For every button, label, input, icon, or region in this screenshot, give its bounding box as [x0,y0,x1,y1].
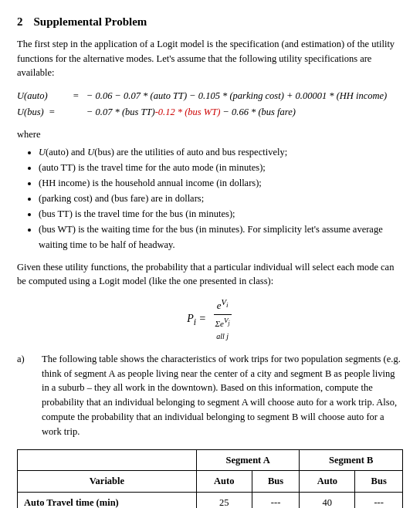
col-variable: Variable [18,471,197,492]
formula-numerator: eVi [214,296,232,315]
row-auto-travel-seg-a-auto: 25 [196,492,252,508]
formula-all-j: all j [216,332,229,340]
col-seg-a-auto: Auto [196,471,252,492]
formula-pi: Pi = [187,313,206,324]
bullet-item: (parking cost) and (bus fare) are in dol… [39,191,403,206]
formula-denominator: ΣeVj all j [212,315,233,343]
given-text: Given these utility functions, the proba… [17,260,403,290]
utility-auto-line: U(auto) = − 0.06 − 0.07 * (auto TT) − 0.… [17,88,403,104]
where-section: where U(auto) and U(bus) are the utiliti… [17,127,403,252]
segment-b-header: Segment B [300,450,403,471]
utility-block: U(auto) = − 0.06 − 0.07 * (auto TT) − 0.… [17,88,403,121]
formula-block: Pi = eVi ΣeVj all j [17,296,403,343]
bullet-item: (bus WT) is the waiting time for the bus… [39,222,403,252]
formula-fraction: eVi ΣeVj all j [212,296,233,343]
section-title: Supplemental Problem [34,14,147,31]
col-seg-a-bus: Bus [252,471,300,492]
bullet-item: U(auto) and U(bus) are the utilities of … [39,144,403,160]
utility-bus-formula: − 0.07 * (bus TT)-0.12 * (bus WT) − 0.66… [86,104,403,120]
table-header-row-1: Segment A Segment B [18,450,403,471]
bullet-list: U(auto) and U(bus) are the utilities of … [17,144,403,252]
section-number: 2 [17,14,23,31]
utility-auto-formula: − 0.06 − 0.07 * (auto TT) − 0.105 * (par… [86,88,403,104]
row-auto-travel-label: Auto Travel time (min) [18,492,197,508]
utility-auto-label: U(auto) [17,88,73,104]
bullet-item: (auto TT) is the travel time for the aut… [39,160,403,175]
table-sub-header-row: Variable Auto Bus Auto Bus [18,471,403,492]
part-a: a) The following table shows the charact… [17,352,403,439]
section-header: 2 Supplemental Problem [17,14,403,31]
part-a-label: a) [17,352,34,439]
table-empty-header [18,450,197,471]
utility-auto-eq: = [73,88,86,104]
bullet-item: (HH income) is the household annual inco… [39,175,403,191]
part-a-text: The following table shows the characteri… [42,352,403,439]
utility-bus-label: U(bus) = [17,104,73,120]
utility-bus-eq [73,104,86,120]
row-auto-travel-seg-b-bus: --- [355,492,403,508]
data-table: Segment A Segment B Variable Auto Bus Au… [17,449,403,508]
bus-formula-red: -0.12 * (bus WT) [155,107,221,117]
bullet-item: (bus TT) is the travel time for the bus … [39,206,403,222]
utility-bus-line: U(bus) = − 0.07 * (bus TT)-0.12 * (bus W… [17,104,403,120]
col-seg-b-bus: Bus [355,471,403,492]
row-auto-travel-seg-a-bus: --- [252,492,300,508]
table-row: Auto Travel time (min) 25 --- 40 --- [18,492,403,508]
row-auto-travel-seg-b-auto: 40 [300,492,355,508]
formula-sum: ΣeVj [215,319,230,328]
intro-paragraph: The first step in the application of a L… [17,37,403,80]
table-body: Auto Travel time (min) 25 --- 40 --- Par… [18,492,403,508]
col-seg-b-auto: Auto [300,471,355,492]
where-label: where [17,127,403,141]
segment-a-header: Segment A [196,450,300,471]
